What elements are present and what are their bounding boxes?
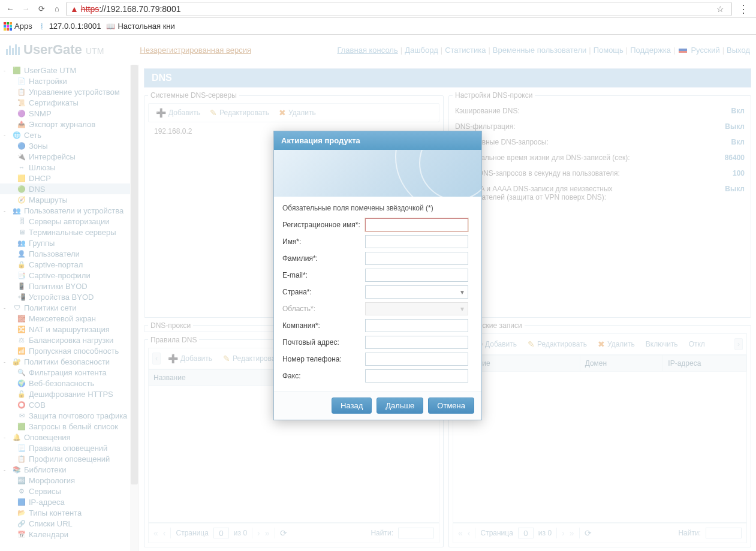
sidebar-item[interactable]: 🔗Списки URL	[0, 518, 138, 529]
sidebar-item[interactable]: 🟦IP-адреса	[0, 496, 138, 507]
url-bar[interactable]: ▲ https ://192.168.70.79:8001 ☆	[66, 2, 732, 16]
expander-icon[interactable]: -	[4, 67, 10, 74]
add-button[interactable]: ➕Добавить	[164, 353, 216, 365]
home-button[interactable]: ⌂	[50, 2, 64, 16]
browser-menu-button[interactable]: ⋮	[734, 2, 752, 16]
find-input[interactable]	[706, 528, 742, 538]
delete-button[interactable]: ✖Удалить	[275, 107, 320, 119]
sidebar-item[interactable]: -🌐Сеть	[0, 130, 138, 140]
nav-help[interactable]: Помощь	[594, 46, 624, 55]
sidebar-item[interactable]: 📄Настройки	[0, 76, 138, 86]
email-input[interactable]	[365, 269, 468, 282]
setting-row[interactable]: Только A и AAAA DNS-записи для неизвестн…	[453, 181, 747, 205]
scroll-left-button[interactable]: ‹	[152, 353, 161, 365]
sidebar-item[interactable]: -📚Библиотеки	[0, 464, 138, 475]
country-select[interactable]: ▼	[365, 285, 468, 299]
sidebar-item[interactable]: 🧱Межсетевой экран	[0, 313, 138, 324]
sidebar-item[interactable]: -🔔Оповещения	[0, 432, 138, 442]
sidebar-item[interactable]: 🔓Дешифрование HTTPS	[0, 389, 138, 399]
last-page-button[interactable]: »	[570, 528, 574, 538]
nav-lang[interactable]: Русский	[691, 46, 719, 55]
bookmark-book[interactable]: 📖 Настольная кни	[106, 22, 174, 31]
expander-icon[interactable]: -	[4, 359, 10, 365]
sidebar-item[interactable]: 🌍Веб-безопасность	[0, 378, 138, 389]
sidebar-scrollbar[interactable]	[130, 65, 138, 551]
sidebar-item[interactable]: 📜Сертификаты	[0, 97, 138, 108]
sidebar-item[interactable]: -🟩UserGate UTM	[0, 65, 138, 76]
sidebar-item[interactable]: 🔌Интерфейсы	[0, 151, 138, 162]
fax-input[interactable]	[365, 369, 468, 383]
back-button[interactable]: ←	[4, 2, 17, 16]
scroll-right-button[interactable]: ›	[734, 338, 743, 350]
prev-page-button[interactable]: ‹	[468, 528, 471, 538]
add-button[interactable]: ➕Добавить	[152, 107, 204, 119]
sidebar-item[interactable]: ⚖Балансировка нагрузки	[0, 335, 138, 345]
setting-row[interactable]: Кэширование DNS:Вкл	[453, 103, 747, 119]
sidebar-item[interactable]: 📅Календари	[0, 529, 138, 540]
address-input[interactable]	[365, 336, 468, 349]
page-input[interactable]	[518, 528, 534, 538]
forward-button[interactable]: →	[19, 2, 32, 16]
expander-icon[interactable]: -	[4, 305, 10, 311]
sidebar-item[interactable]: 🟨DHCP	[0, 173, 138, 183]
expander-icon[interactable]: -	[4, 132, 10, 138]
last-name-input[interactable]	[365, 252, 468, 265]
page-input[interactable]	[213, 528, 229, 538]
bookmark-local[interactable]: ⦚ 127.0.0.1:8001	[37, 22, 101, 31]
nav-console[interactable]: Главная консоль	[337, 46, 397, 55]
refresh-button[interactable]: ⟳	[585, 528, 592, 538]
next-page-button[interactable]: ›	[257, 528, 260, 538]
next-page-button[interactable]: ›	[562, 528, 565, 538]
back-button[interactable]: Назад	[332, 398, 372, 414]
sidebar-item[interactable]: -🛡Политики сети	[0, 302, 138, 313]
nav-support[interactable]: Поддержка	[630, 46, 671, 55]
sidebar-item[interactable]: 🟢DNS	[0, 183, 138, 194]
last-page-button[interactable]: »	[265, 528, 270, 538]
prev-page-button[interactable]: ‹	[163, 528, 166, 538]
reload-button[interactable]: ⟳	[35, 2, 48, 16]
sidebar-item[interactable]: 📋Управление устройством	[0, 86, 138, 97]
reg-name-input[interactable]	[365, 218, 468, 231]
sidebar-item[interactable]: 👥Группы	[0, 237, 138, 248]
first-page-button[interactable]: «	[458, 528, 463, 538]
expander-icon[interactable]: -	[4, 207, 10, 214]
sidebar-item[interactable]: -👥Пользователи и устройства	[0, 205, 138, 216]
sidebar-item[interactable]: 🟣SNMP	[0, 108, 138, 119]
sidebar-item[interactable]: 🗄Серверы авторизации	[0, 216, 138, 227]
sidebar-item[interactable]: 📱Политики BYOD	[0, 281, 138, 291]
edit-button[interactable]: ✎Редактировать	[524, 338, 591, 350]
nav-logout[interactable]: Выход	[727, 46, 750, 55]
first-page-button[interactable]: «	[153, 528, 158, 538]
scrollbar-thumb[interactable]	[131, 65, 138, 484]
enable-button[interactable]: Включить	[642, 339, 682, 350]
sidebar-item[interactable]: 🔒Captive-портал	[0, 259, 138, 270]
sidebar-item[interactable]: ↔Шлюзы	[0, 162, 138, 173]
sidebar-item[interactable]: 👤Пользователи	[0, 248, 138, 259]
sidebar-item[interactable]: 📑Captive-профили	[0, 270, 138, 281]
company-input[interactable]	[365, 319, 468, 332]
sidebar-item[interactable]: 📤Экспорт журналов	[0, 119, 138, 130]
cancel-button[interactable]: Отмена	[428, 398, 474, 414]
sidebar-item[interactable]: ⭕СОВ	[0, 399, 138, 410]
phone-input[interactable]	[365, 353, 468, 366]
setting-row[interactable]: DNS-фильтрация:Выкл	[453, 119, 747, 134]
sidebar-item[interactable]: 🔀NAT и маршрутизация	[0, 324, 138, 335]
sidebar-item[interactable]: 📂Типы контента	[0, 507, 138, 518]
disable-button[interactable]: Откл	[685, 339, 709, 350]
setting-row[interactable]: Лимит DNS-запросов в секунду на пользова…	[453, 165, 747, 181]
sidebar-item[interactable]: 🖥Терминальные серверы	[0, 227, 138, 237]
next-button[interactable]: Дальше	[377, 398, 423, 414]
sidebar-item[interactable]: 📲Устройства BYOD	[0, 291, 138, 302]
unregistered-link[interactable]: Незарегистрированная версия	[140, 46, 251, 55]
sidebar-item[interactable]: 🧭Маршруты	[0, 194, 138, 205]
sidebar-item[interactable]: 📃Правила оповещений	[0, 442, 138, 453]
first-name-input[interactable]	[365, 235, 468, 248]
edit-button[interactable]: ✎Редактировать	[206, 107, 273, 119]
sidebar-item[interactable]: 🔤Морфология	[0, 475, 138, 486]
expander-icon[interactable]: -	[4, 434, 10, 441]
sidebar-item[interactable]: -🔐Политики безопасности	[0, 356, 138, 367]
nav-temp-users[interactable]: Временные пользователи	[493, 46, 586, 55]
nav-dashboard[interactable]: Дашборд	[405, 46, 438, 55]
bookmark-star-icon[interactable]: ☆	[716, 4, 724, 14]
sidebar-item[interactable]: ✉Защита почтового трафика	[0, 410, 138, 421]
